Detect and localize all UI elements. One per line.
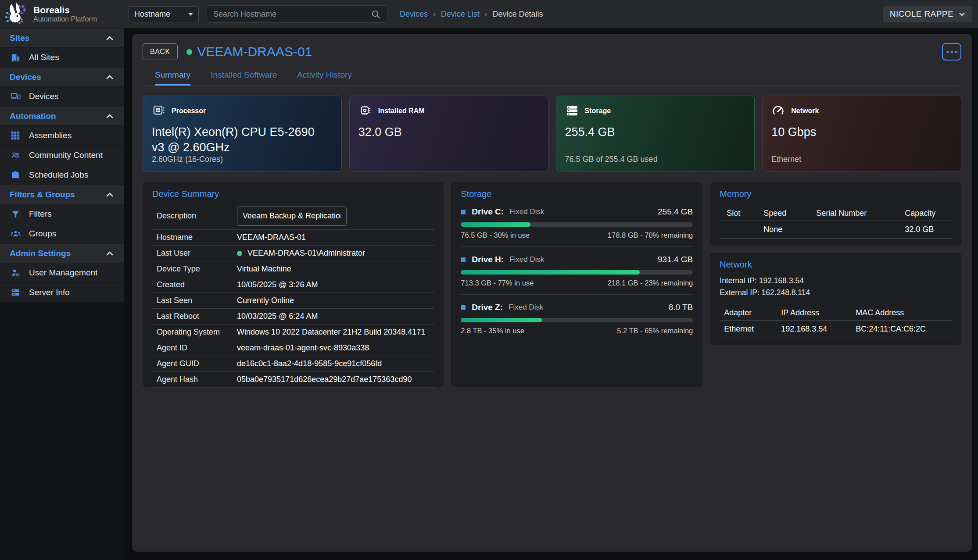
page-title: VEEAM-DRAAS-01	[197, 44, 312, 59]
ellipsis-icon	[947, 51, 949, 53]
storage-value: 255.4 GB	[565, 125, 737, 140]
drive-z-row: Drive Z: Fixed Disk 8.0 TB 2.8 TB - 35% …	[461, 303, 693, 335]
sidebar-section-devices[interactable]: Devices	[0, 67, 124, 86]
breadcrumb-separator: ›	[485, 10, 487, 18]
search-box[interactable]	[207, 5, 387, 23]
sidebar-item-all-sites[interactable]: All Sites	[0, 47, 124, 67]
detail-panels: Device Summary Description Hostname VEEA…	[143, 182, 961, 387]
summary-row-operating-system: Operating System Windows 10 2022 Datacen…	[152, 325, 434, 340]
sidebar-item-devices[interactable]: Devices	[0, 86, 124, 106]
panel-title: Memory	[720, 189, 952, 199]
sidebar-section-sites[interactable]: Sites	[0, 28, 124, 47]
summary-row-hostname: Hostname VEEAM-DRAAS-01	[152, 230, 434, 246]
drive-bullet-icon	[461, 210, 466, 214]
sidebar-item-server-info[interactable]: Server Info	[0, 282, 124, 302]
card-label: Processor	[172, 107, 206, 115]
breadcrumb-current: Device Details	[492, 10, 543, 19]
chevron-up-icon	[106, 36, 113, 40]
network-table-row: Ethernet 192.168.3.54 BC:24:11:CA:C6:2C	[720, 321, 952, 338]
ram-chip-icon	[358, 104, 372, 118]
panel-title: Device Summary	[152, 189, 434, 199]
brand-subtitle: Automation Platform	[33, 15, 97, 23]
chevron-up-icon	[106, 75, 113, 79]
breadcrumb: Devices › Device List › Device Details	[400, 10, 543, 19]
sidebar-item-scheduled-jobs[interactable]: Scheduled Jobs	[0, 165, 124, 185]
storage-footer: 76.5 GB of 255.4 GB used	[565, 155, 658, 164]
summary-row-agent-hash: Agent Hash 05ba0e7935171d626ecea29b27d7a…	[152, 372, 434, 388]
caret-down-icon	[188, 13, 193, 16]
filter-icon	[10, 210, 21, 219]
tab-activity-history[interactable]: Activity History	[297, 70, 352, 86]
search-input[interactable]	[213, 10, 371, 19]
sidebar-item-groups[interactable]: Groups	[0, 224, 124, 243]
chevron-up-icon	[106, 193, 113, 197]
description-input[interactable]	[237, 207, 347, 226]
server-icon	[10, 288, 21, 297]
drive-bullet-icon	[461, 305, 466, 310]
tab-summary[interactable]: Summary	[155, 70, 190, 86]
internal-ip: Internal IP: 192.168.3.54	[720, 275, 952, 287]
briefcase-icon	[10, 170, 21, 180]
drive-c-progressbar	[461, 222, 693, 227]
breadcrumb-devices[interactable]: Devices	[400, 10, 428, 19]
cpu-icon	[152, 104, 165, 118]
drive-bullet-icon	[461, 257, 466, 262]
summary-row-agent-id: Agent ID veeam-draas-01-agent-svc-8930a3…	[152, 340, 434, 356]
drive-h-row: Drive H: Fixed Disk 931.4 GB 713.3 GB - …	[461, 255, 693, 295]
network-table-header: Adapter IP Address MAC Address	[720, 306, 952, 321]
summary-row-device-type: Device Type Virtual Machine	[152, 261, 434, 277]
main-content: BACK VEEAM-DRAAS-01 Summary Installed So…	[125, 28, 978, 560]
summary-row-description: Description	[152, 203, 434, 230]
sidebar-section-automation[interactable]: Automation	[0, 106, 124, 125]
sidebar-item-filters[interactable]: Filters	[0, 204, 124, 224]
user-menu-button[interactable]: NICOLE RAPPE	[883, 6, 972, 22]
breadcrumb-device-list[interactable]: Device List	[441, 10, 480, 19]
sidebar-section-admin-settings[interactable]: Admin Settings	[0, 243, 124, 263]
sidebar-item-user-management[interactable]: User Management	[0, 263, 124, 282]
processor-footer: 2.60GHz (16-Cores)	[152, 155, 223, 164]
gauge-icon	[771, 104, 785, 118]
device-details-panel: BACK VEEAM-DRAAS-01 Summary Installed So…	[132, 34, 972, 552]
card-label: Network	[791, 107, 819, 115]
right-column: Memory Slot Speed Serial Number Capacity…	[710, 182, 961, 345]
memory-table-row: None 32.0 GB	[720, 221, 952, 239]
storage-stack-icon	[565, 104, 579, 118]
tab-installed-software[interactable]: Installed Software	[211, 70, 277, 86]
sidebar-item-assemblies[interactable]: Assemblies	[0, 125, 124, 145]
chevron-up-icon	[106, 251, 113, 256]
brand-logo: Borealis Automation Platform	[0, 2, 124, 26]
user-menu-label: NICOLE RAPPE	[890, 9, 953, 19]
panel-title: Storage	[461, 189, 693, 199]
rabbit-logo-icon	[4, 2, 29, 26]
installed-ram-card: Installed RAM 32.0 GB	[349, 96, 548, 171]
processor-value: Intel(R) Xeon(R) CPU E5-2690 v3 @ 2.60GH…	[152, 125, 323, 155]
panel-title: Network	[720, 260, 952, 270]
memory-table-header: Slot Speed Serial Number Capacity	[720, 206, 952, 221]
back-button[interactable]: BACK	[143, 43, 178, 60]
sidebar-section-filters-groups[interactable]: Filters & Groups	[0, 185, 124, 204]
stat-cards: Processor Intel(R) Xeon(R) CPU E5-2690 v…	[143, 96, 961, 171]
drive-c-row: Drive C: Fixed Disk 255.4 GB 76.5 GB - 3…	[461, 207, 693, 247]
user-gear-icon	[10, 268, 21, 278]
hostname-filter-value: Hostname	[134, 10, 170, 19]
online-status-dot	[237, 251, 242, 256]
brand-name: Borealis	[33, 5, 97, 15]
network-value: 10 Gbps	[771, 125, 943, 140]
tab-bar: Summary Installed Software Activity Hist…	[143, 70, 961, 86]
search-icon[interactable]	[371, 9, 381, 19]
storage-card: Storage 255.4 GB 76.5 GB of 255.4 GB use…	[556, 96, 755, 171]
hostname-filter-select[interactable]: Hostname	[129, 6, 199, 22]
chevron-down-icon	[959, 12, 965, 16]
device-header: BACK VEEAM-DRAAS-01	[143, 43, 961, 61]
drive-z-progressbar	[461, 318, 693, 322]
sidebar-item-community-content[interactable]: Community Content	[0, 145, 124, 165]
network-card: Network 10 Gbps Ethernet	[762, 96, 961, 171]
memory-panel: Memory Slot Speed Serial Number Capacity…	[710, 182, 961, 246]
card-label: Storage	[585, 107, 611, 115]
summary-row-last-seen: Last Seen Currently Online	[152, 293, 434, 309]
grid-icon	[10, 131, 21, 140]
summary-row-last-reboot: Last Reboot 10/03/2025 @ 6:24 AM	[152, 309, 434, 325]
processor-card: Processor Intel(R) Xeon(R) CPU E5-2690 v…	[143, 96, 342, 171]
more-actions-button[interactable]	[942, 43, 961, 61]
people-icon	[10, 150, 21, 160]
